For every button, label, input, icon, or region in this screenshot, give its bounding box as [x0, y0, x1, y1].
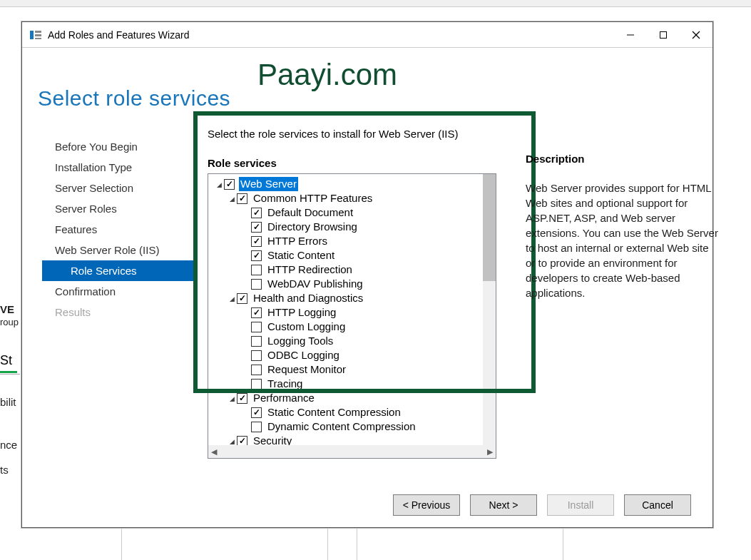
svg-rect-2 [35, 34, 41, 36]
expand-caret-icon[interactable] [214, 177, 224, 192]
tree-node-static-content[interactable]: Static Content [210, 248, 481, 263]
tree-node-dynamic-content-compression[interactable]: Dynamic Content Compression [210, 419, 481, 434]
description-heading: Description [526, 153, 720, 165]
tree-label[interactable]: Dynamic Content Compression [266, 419, 417, 434]
cancel-button[interactable]: Cancel [624, 494, 691, 516]
tree-node-static-content-compression[interactable]: Static Content Compression [210, 405, 481, 419]
checkbox[interactable] [251, 307, 262, 318]
tree-label[interactable]: Request Monitor [266, 362, 347, 377]
svg-rect-5 [660, 31, 667, 38]
tree-node-webdav-publishing[interactable]: WebDAV Publishing [210, 277, 481, 291]
tree-label[interactable]: Tracing [266, 377, 304, 391]
role-services-tree: Web ServerCommon HTTP FeaturesDefault Do… [208, 173, 496, 459]
expand-caret-icon[interactable] [227, 291, 237, 306]
window-title: Add Roles and Features Wizard [48, 29, 614, 41]
tree-label[interactable]: Web Server [239, 177, 298, 191]
tree-node-common-http-features[interactable]: Common HTTP Features [210, 191, 481, 205]
checkbox[interactable] [224, 179, 235, 190]
wizard-step-features[interactable]: Features [42, 219, 193, 240]
wizard-step-installation-type[interactable]: Installation Type [42, 157, 193, 178]
checkbox[interactable] [251, 336, 262, 347]
checkbox[interactable] [251, 222, 262, 233]
tree-label[interactable]: WebDAV Publishing [266, 277, 364, 291]
minimize-button[interactable] [614, 22, 647, 47]
checkbox[interactable] [251, 236, 262, 247]
instruction-text: Select the role services to install for … [208, 128, 521, 140]
expand-caret-icon[interactable] [227, 191, 237, 206]
tree-label[interactable]: HTTP Redirection [266, 263, 354, 277]
install-button: Install [547, 494, 614, 516]
tree-node-custom-logging[interactable]: Custom Logging [210, 320, 481, 334]
tree-label[interactable]: HTTP Errors [266, 234, 329, 248]
checkbox[interactable] [251, 350, 262, 361]
tree-label[interactable]: Custom Logging [266, 320, 347, 334]
wizard-step-server-selection[interactable]: Server Selection [42, 178, 193, 198]
titlebar: Add Roles and Features Wizard [22, 22, 712, 48]
checkbox[interactable] [237, 193, 247, 204]
checkbox[interactable] [251, 208, 262, 218]
tree-scrollbar-horizontal[interactable]: ◀▶ [208, 445, 496, 458]
checkbox[interactable] [251, 365, 262, 375]
tree-node-default-document[interactable]: Default Document [210, 205, 481, 220]
checkbox[interactable] [237, 393, 247, 404]
previous-button[interactable]: < Previous [393, 494, 460, 516]
tree-label[interactable]: Default Document [266, 205, 354, 220]
tree-node-web-server[interactable]: Web Server [210, 177, 481, 191]
wizard-step-role-services[interactable]: Role Services [42, 260, 193, 281]
tree-label[interactable]: Performance [252, 391, 316, 405]
tree-node-tracing[interactable]: Tracing [210, 377, 481, 391]
tree-label[interactable]: Logging Tools [266, 334, 334, 348]
bg-text-ts: ts [0, 464, 9, 476]
wizard-dialog: Add Roles and Features Wizard Paayi.com … [21, 21, 713, 528]
tree-label[interactable]: Security [252, 434, 293, 445]
section-label: Role services [208, 157, 521, 169]
svg-rect-1 [35, 31, 41, 33]
svg-rect-0 [30, 31, 34, 39]
wizard-step-before-you-begin[interactable]: Before You Begin [42, 136, 193, 157]
tree-label[interactable]: Health and Diagnostics [252, 291, 364, 305]
tree-node-performance[interactable]: Performance [210, 391, 481, 405]
bg-text-ver: VE [0, 303, 14, 315]
tree-node-security[interactable]: Security [210, 434, 481, 445]
tree-label[interactable]: HTTP Logging [266, 305, 337, 320]
page-title: Select role services [38, 86, 230, 111]
checkbox[interactable] [237, 293, 247, 304]
wizard-buttons: < Previous Next > Install Cancel [22, 494, 712, 516]
bg-text-roup: roup [0, 317, 19, 327]
tree-node-http-redirection[interactable]: HTTP Redirection [210, 263, 481, 277]
tree-node-directory-browsing[interactable]: Directory Browsing [210, 220, 481, 234]
checkbox[interactable] [237, 436, 247, 446]
tree-node-http-logging[interactable]: HTTP Logging [210, 305, 481, 320]
checkbox[interactable] [251, 279, 262, 290]
checkbox[interactable] [251, 379, 262, 390]
close-button[interactable] [680, 22, 712, 47]
wizard-step-server-roles[interactable]: Server Roles [42, 198, 193, 219]
wizard-step-results: Results [42, 302, 193, 322]
wizard-step-web-server-role-iis-[interactable]: Web Server Role (IIS) [42, 240, 193, 260]
tree-node-request-monitor[interactable]: Request Monitor [210, 362, 481, 377]
maximize-button[interactable] [647, 22, 680, 47]
tree-label[interactable]: ODBC Logging [266, 348, 341, 362]
tree-node-health-and-diagnostics[interactable]: Health and Diagnostics [210, 291, 481, 305]
expand-caret-icon[interactable] [227, 434, 237, 446]
checkbox[interactable] [251, 322, 262, 332]
wizard-step-confirmation[interactable]: Confirmation [42, 281, 193, 302]
tree-label[interactable]: Static Content [266, 248, 336, 263]
checkbox[interactable] [251, 422, 262, 432]
next-button[interactable]: Next > [470, 494, 537, 516]
tree-label[interactable]: Static Content Compression [266, 405, 402, 419]
tree-label[interactable]: Common HTTP Features [252, 191, 374, 205]
expand-caret-icon[interactable] [227, 391, 237, 406]
checkbox[interactable] [251, 407, 262, 418]
wizard-steps: Before You BeginInstallation TypeServer … [42, 136, 193, 322]
tree-node-odbc-logging[interactable]: ODBC Logging [210, 348, 481, 362]
description-body: Web Server provides support for HTML Web… [526, 180, 720, 300]
tree-node-logging-tools[interactable]: Logging Tools [210, 334, 481, 348]
wizard-icon [29, 29, 42, 41]
checkbox[interactable] [251, 265, 262, 275]
checkbox[interactable] [251, 250, 262, 261]
tree-label[interactable]: Directory Browsing [266, 220, 359, 234]
svg-rect-3 [35, 38, 41, 39]
tree-scrollbar-vertical[interactable] [483, 174, 496, 447]
tree-node-http-errors[interactable]: HTTP Errors [210, 234, 481, 248]
